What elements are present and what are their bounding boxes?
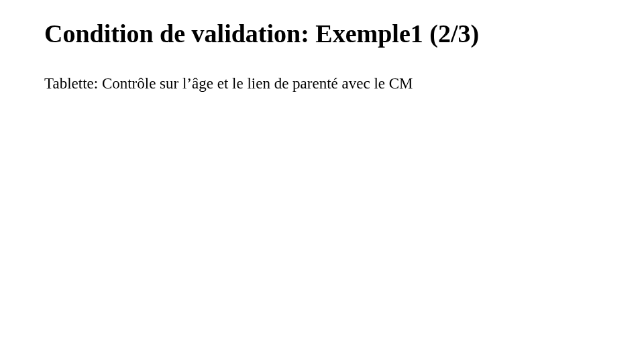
slide-container: Condition de validation: Exemple1 (2/3) … xyxy=(0,0,644,362)
slide-body-text: Tablette: Contrôle sur l’âge et le lien … xyxy=(44,74,600,94)
slide-title: Condition de validation: Exemple1 (2/3) xyxy=(44,19,600,50)
